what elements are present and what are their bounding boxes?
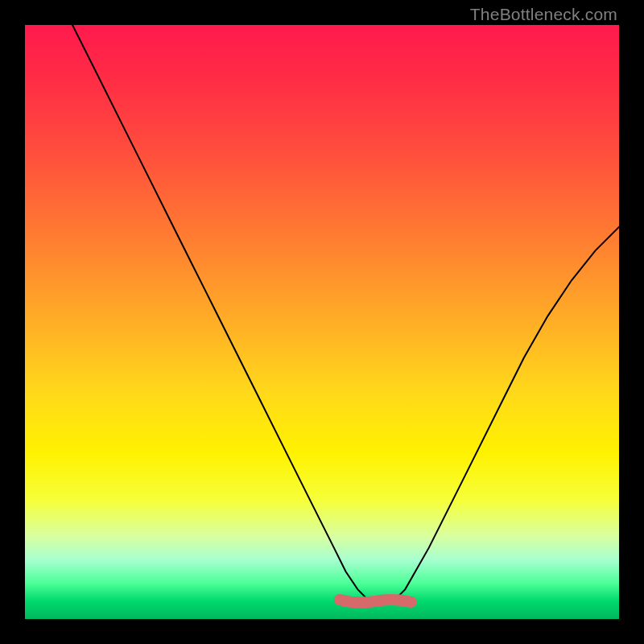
chart-container: TheBottleneck.com: [0, 0, 644, 644]
bottleneck-curve: [72, 25, 619, 601]
plot-area: [25, 25, 619, 619]
minimum-band: [340, 600, 411, 603]
watermark-text: TheBottleneck.com: [470, 5, 617, 24]
curve-svg: [25, 25, 619, 619]
